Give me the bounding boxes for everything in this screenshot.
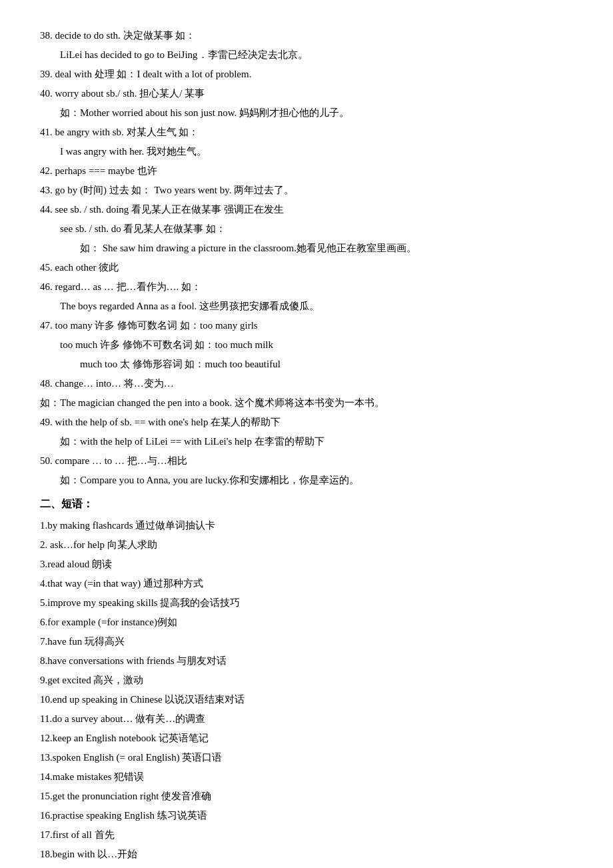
- phrase10: 10.end up speaking in Chinese 以说汉语结束对话: [40, 691, 573, 709]
- item46: 46. regard… as … 把…看作为…. 如：: [40, 278, 573, 296]
- item47a: 47. too many 许多 修饰可数名词 如：too many girls: [40, 317, 573, 335]
- item40: 40. worry about sb./ sth. 担心某人/ 某事: [40, 85, 573, 103]
- item47c: much too 太 修饰形容词 如：much too beautiful: [40, 355, 573, 373]
- item49: 49. with the help of sb. == with one's h…: [40, 413, 573, 431]
- item47b: too much 许多 修饰不可数名词 如：too much milk: [40, 336, 573, 354]
- item44b: 如： She saw him drawing a picture in the …: [40, 239, 573, 257]
- phrase5: 5.improve my speaking skills 提高我的会话技巧: [40, 594, 573, 612]
- item45: 45. each other 彼此: [40, 259, 573, 277]
- section2: 二、短语：: [40, 495, 573, 514]
- phrase6: 6.for example (=for instance)例如: [40, 613, 573, 631]
- item49a: 如：with the help of LiLei == with LiLei's…: [40, 433, 573, 451]
- phrase4: 4.that way (=in that way) 通过那种方式: [40, 575, 573, 593]
- item44: 44. see sb. / sth. doing 看见某人正在做某事 强调正在发…: [40, 201, 573, 219]
- phrase18: 18.begin with 以…开始: [40, 845, 573, 863]
- main-content: 38. decide to do sth. 决定做某事 如：LiLei has …: [40, 27, 573, 868]
- item44a: see sb. / sth. do 看见某人在做某事 如：: [40, 220, 573, 238]
- item46a: The boys regarded Anna as a fool. 这些男孩把安…: [40, 297, 573, 315]
- phrase15: 15.get the pronunciation right 使发音准确: [40, 787, 573, 805]
- item41: 41. be angry with sb. 对某人生气 如：: [40, 123, 573, 141]
- item48: 48. change… into… 将…变为…: [40, 375, 573, 393]
- item50: 50. compare … to … 把…与…相比: [40, 452, 573, 470]
- item43: 43. go by (时间) 过去 如： Two years went by. …: [40, 181, 573, 199]
- item50a: 如：Compare you to Anna, you are lucky.你和安…: [40, 471, 573, 489]
- item38: 38. decide to do sth. 决定做某事 如：: [40, 27, 573, 45]
- phrase19: 19.later on 随后: [40, 865, 573, 868]
- phrase7: 7.have fun 玩得高兴: [40, 633, 573, 651]
- phrase14: 14.make mistakes 犯错误: [40, 768, 573, 786]
- item42: 42. perhaps === maybe 也许: [40, 162, 573, 180]
- phrase17: 17.first of all 首先: [40, 826, 573, 844]
- item48a: 如：The magician changed the pen into a bo…: [40, 394, 573, 412]
- item39: 39. deal with 处理 如：I dealt with a lot of…: [40, 65, 573, 83]
- phrase8: 8.have conversations with friends 与朋友对话: [40, 652, 573, 670]
- item38a: LiLei has decided to go to BeiJing．李雷已经决…: [40, 46, 573, 64]
- phrase2: 2. ask…for help 向某人求助: [40, 536, 573, 554]
- phrase3: 3.read aloud 朗读: [40, 555, 573, 573]
- phrase11: 11.do a survey about… 做有关…的调查: [40, 710, 573, 728]
- item41a: I was angry with her. 我对她生气。: [40, 143, 573, 161]
- phrase13: 13.spoken English (= oral English) 英语口语: [40, 749, 573, 767]
- phrase1: 1.by making flashcards 通过做单词抽认卡: [40, 517, 573, 535]
- phrase9: 9.get excited 高兴，激动: [40, 671, 573, 689]
- item40a: 如：Mother worried about his son just now.…: [40, 104, 573, 122]
- phrase12: 12.keep an English notebook 记英语笔记: [40, 729, 573, 747]
- phrase16: 16.practise speaking English 练习说英语: [40, 807, 573, 825]
